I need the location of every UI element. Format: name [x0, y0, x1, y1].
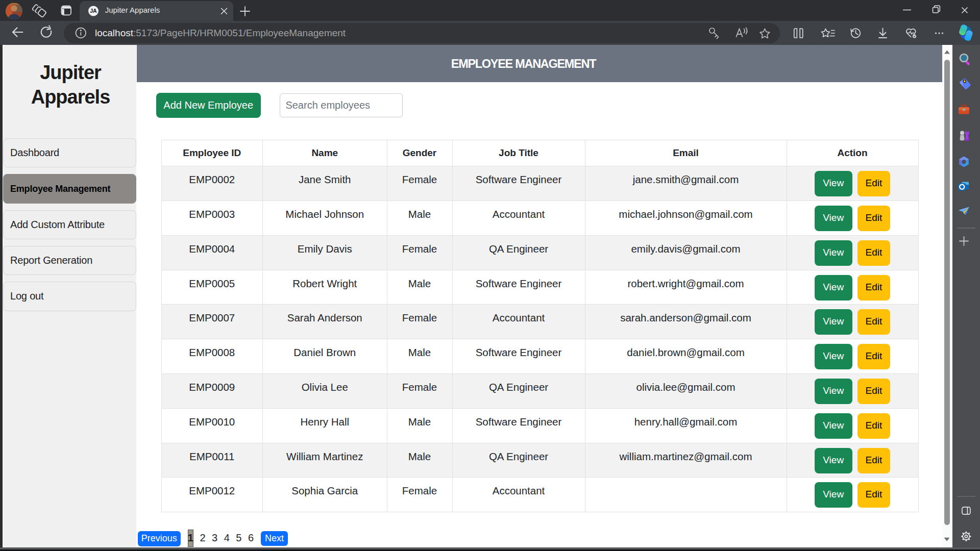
svg-text:JA: JA	[90, 8, 97, 14]
svg-text:Jupiter Apparels: Jupiter Apparels	[105, 6, 160, 14]
svg-text:localhost:5173/PageHR/HRM0051/: localhost:5173/PageHR/HRM0051/EmployeeMa…	[95, 28, 346, 38]
